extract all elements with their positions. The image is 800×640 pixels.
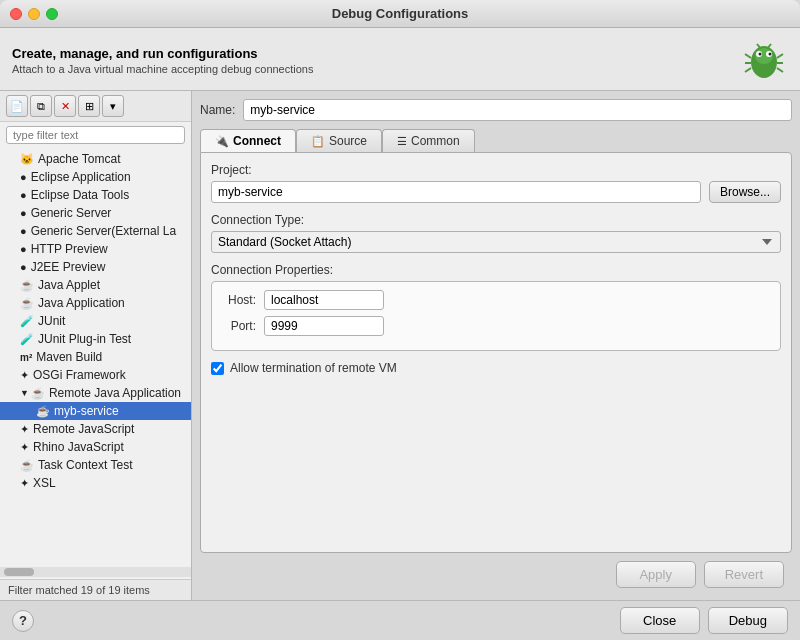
connection-props-label: Connection Properties: (211, 263, 781, 277)
tree-item-xsl[interactable]: ✦ XSL (0, 474, 191, 492)
allow-termination-checkbox[interactable] (211, 362, 224, 375)
tree-item-task-context[interactable]: ☕ Task Context Test (0, 456, 191, 474)
tree-item-java-applet[interactable]: ☕ Java Applet (0, 276, 191, 294)
scroll-bar[interactable] (0, 567, 191, 577)
title-bar: Debug Configurations (0, 0, 800, 28)
svg-line-13 (777, 68, 783, 72)
svg-line-8 (745, 54, 751, 58)
duplicate-config-button[interactable]: ⧉ (30, 95, 52, 117)
close-button[interactable]: Close (620, 607, 700, 634)
header-subtitle: Attach to a Java virtual machine accepti… (12, 63, 313, 75)
apply-revert-bar: Apply Revert (200, 553, 792, 592)
tree-item-junit[interactable]: 🧪 JUnit (0, 312, 191, 330)
port-input[interactable] (264, 316, 384, 336)
header-area: Create, manage, and run configurations A… (0, 28, 800, 91)
delete-config-button[interactable]: ✕ (54, 95, 76, 117)
connection-type-row: Standard (Socket Attach) (211, 231, 781, 253)
main-content: Create, manage, and run configurations A… (0, 28, 800, 640)
left-panel: 📄 ⧉ ✕ ⊞ ▾ 🐱 Apache Tomcat ● Eclipse Appl… (0, 91, 192, 600)
svg-line-11 (777, 54, 783, 58)
project-section: Project: Browse... (211, 163, 781, 203)
host-input[interactable] (264, 290, 384, 310)
tree-item-http-preview[interactable]: ● HTTP Preview (0, 240, 191, 258)
connection-props-box: Host: Port: (211, 281, 781, 351)
tree-item-maven-build[interactable]: m² Maven Build (0, 348, 191, 366)
source-tab-icon: 📋 (311, 135, 325, 148)
body-area: 📄 ⧉ ✕ ⊞ ▾ 🐱 Apache Tomcat ● Eclipse Appl… (0, 91, 800, 600)
connection-type-section: Connection Type: Standard (Socket Attach… (211, 213, 781, 253)
header-title: Create, manage, and run configurations (12, 46, 313, 61)
tab-bar: 🔌 Connect 📋 Source ☰ Common (200, 129, 792, 152)
config-name-input[interactable] (243, 99, 792, 121)
project-input-row: Browse... (211, 181, 781, 203)
apache-tomcat-icon: 🐱 (20, 153, 34, 166)
apply-button[interactable]: Apply (616, 561, 696, 588)
port-row: Port: (220, 316, 772, 336)
tree-item-remote-java-app[interactable]: ▼ ☕ Remote Java Application (0, 384, 191, 402)
name-label: Name: (200, 103, 235, 117)
config-tree: 🐱 Apache Tomcat ● Eclipse Application ● … (0, 148, 191, 565)
tree-item-apache-tomcat[interactable]: 🐱 Apache Tomcat (0, 150, 191, 168)
debug-button[interactable]: Debug (708, 607, 788, 634)
connection-props-section: Connection Properties: Host: Port: (211, 263, 781, 351)
port-label: Port: (220, 319, 256, 333)
revert-button[interactable]: Revert (704, 561, 784, 588)
tab-connect[interactable]: 🔌 Connect (200, 129, 296, 152)
tree-item-remote-js[interactable]: ✦ Remote JavaScript (0, 420, 191, 438)
project-label: Project: (211, 163, 781, 177)
tree-item-j2ee-preview[interactable]: ● J2EE Preview (0, 258, 191, 276)
tree-item-rhino-js[interactable]: ✦ Rhino JavaScript (0, 438, 191, 456)
bottom-bar: ? Close Debug (0, 600, 800, 640)
svg-line-10 (745, 68, 751, 72)
connect-tab-panel: Project: Browse... Connection Type: Stan… (200, 152, 792, 553)
tree-item-java-application[interactable]: ☕ Java Application (0, 294, 191, 312)
left-toolbar: 📄 ⧉ ✕ ⊞ ▾ (0, 91, 191, 122)
minimize-traffic-light[interactable] (28, 8, 40, 20)
svg-point-4 (759, 53, 762, 56)
filter-input[interactable] (6, 126, 185, 144)
connect-tab-icon: 🔌 (215, 135, 229, 148)
common-tab-icon: ☰ (397, 135, 407, 148)
tree-item-myb-service[interactable]: ☕ myb-service (0, 402, 191, 420)
project-input[interactable] (211, 181, 701, 203)
close-debug-buttons: Close Debug (620, 607, 788, 634)
traffic-lights (10, 8, 58, 20)
host-label: Host: (220, 293, 256, 307)
browse-project-button[interactable]: Browse... (709, 181, 781, 203)
header-text: Create, manage, and run configurations A… (12, 46, 313, 75)
tab-source[interactable]: 📋 Source (296, 129, 382, 152)
svg-point-5 (769, 53, 772, 56)
tree-item-junit-plugin[interactable]: 🧪 JUnit Plug-in Test (0, 330, 191, 348)
maximize-traffic-light[interactable] (46, 8, 58, 20)
filter-status: Filter matched 19 of 19 items (0, 579, 191, 600)
tree-item-eclipse-data-tools[interactable]: ● Eclipse Data Tools (0, 186, 191, 204)
window-title: Debug Configurations (332, 6, 469, 21)
allow-termination-label: Allow termination of remote VM (230, 361, 397, 375)
name-row: Name: (200, 99, 792, 121)
new-config-button[interactable]: 📄 (6, 95, 28, 117)
close-traffic-light[interactable] (10, 8, 22, 20)
tree-item-osgi[interactable]: ✦ OSGi Framework (0, 366, 191, 384)
tree-item-eclipse-application[interactable]: ● Eclipse Application (0, 168, 191, 186)
allow-termination-row: Allow termination of remote VM (211, 361, 781, 375)
right-panel: Name: 🔌 Connect 📋 Source ☰ Common (192, 91, 800, 600)
tab-common[interactable]: ☰ Common (382, 129, 475, 152)
connection-type-select[interactable]: Standard (Socket Attach) (211, 231, 781, 253)
tree-item-generic-server-ext[interactable]: ● Generic Server(External La (0, 222, 191, 240)
filter-config-button[interactable]: ⊞ (78, 95, 100, 117)
host-row: Host: (220, 290, 772, 310)
connection-type-label: Connection Type: (211, 213, 781, 227)
debug-bug-icon (740, 36, 788, 84)
tree-item-generic-server[interactable]: ● Generic Server (0, 204, 191, 222)
collapse-config-button[interactable]: ▾ (102, 95, 124, 117)
help-button[interactable]: ? (12, 610, 34, 632)
